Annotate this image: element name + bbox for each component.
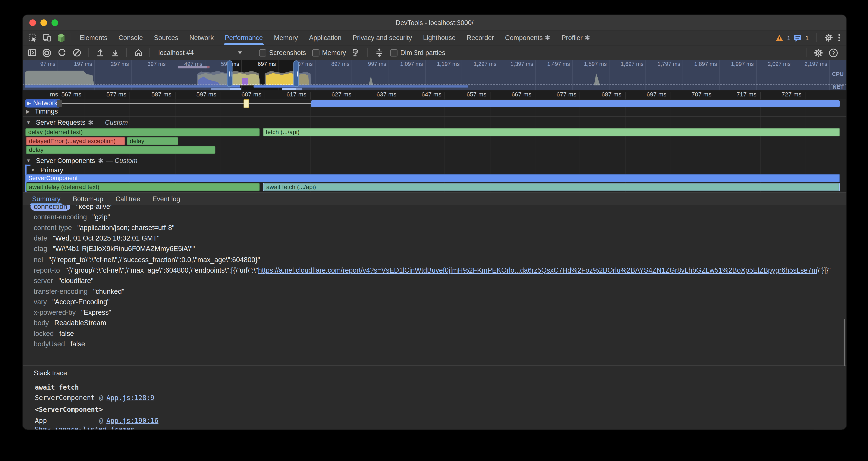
ruler-tick bbox=[535, 92, 535, 99]
header-key: locked bbox=[34, 330, 54, 338]
timeline-tracks[interactable]: ▶Network▶Timings▼Server Requests— Custom… bbox=[23, 99, 846, 192]
inspect-element-icon[interactable] bbox=[28, 33, 37, 42]
tab-performance[interactable]: Performance bbox=[219, 31, 269, 45]
tab-label: Network bbox=[189, 34, 214, 41]
dim-3rd-parties-checkbox[interactable] bbox=[390, 49, 398, 56]
details-tab-summary[interactable]: Summary bbox=[26, 193, 67, 205]
tab-profiler[interactable]: Profiler bbox=[556, 31, 596, 45]
ruler-tick bbox=[625, 92, 625, 99]
load-profile-icon[interactable] bbox=[95, 48, 105, 57]
performance-toolbar: localhost #4 Screenshots Memory Dim 3rd … bbox=[23, 45, 846, 60]
header-key: report-to bbox=[34, 266, 60, 274]
tab-console[interactable]: Console bbox=[113, 31, 149, 45]
summary-scrollbar-thumb[interactable] bbox=[844, 319, 845, 366]
details-tab-event-log[interactable]: Event log bbox=[146, 193, 186, 205]
capture-settings-gear-icon[interactable] bbox=[814, 48, 823, 57]
ruler-tick bbox=[130, 92, 130, 99]
ruler-tick bbox=[490, 92, 490, 99]
timeline-bar[interactable]: delay bbox=[127, 137, 178, 145]
timeline-ruler: ms567 ms577 ms587 ms597 ms607 ms617 ms62… bbox=[23, 90, 846, 99]
show-ignore-listed-frames-link[interactable]: Show ignore-listed frames bbox=[34, 426, 134, 430]
at-symbol: @ bbox=[99, 394, 103, 402]
chevron-down-icon bbox=[238, 51, 242, 54]
collect-garbage-icon[interactable] bbox=[351, 48, 360, 57]
ruler-tick-label: 607 ms bbox=[229, 91, 261, 97]
track-header-timings[interactable]: ▶Timings bbox=[26, 108, 58, 115]
tab-components[interactable]: Components bbox=[500, 31, 556, 45]
tab-label: Lighthouse bbox=[423, 34, 456, 41]
details-tab-label: Call tree bbox=[116, 195, 140, 203]
tab-application[interactable]: Application bbox=[304, 31, 347, 45]
header-key: content-encoding bbox=[34, 213, 87, 221]
timeline-bar-label: ServerComponent bbox=[28, 174, 78, 181]
settings-gear-icon[interactable] bbox=[824, 33, 833, 42]
network-request-marker[interactable] bbox=[244, 99, 249, 108]
timeline-bar[interactable]: delayedError (...ayed exception) bbox=[26, 137, 125, 145]
header-row: bodyUsedfalse bbox=[34, 339, 830, 350]
ruler-tick-label: 627 ms bbox=[319, 91, 351, 97]
timeline-bar[interactable]: delay (deferred text) bbox=[25, 128, 260, 137]
tab-lighthouse[interactable]: Lighthouse bbox=[417, 31, 461, 45]
track-header-server-components[interactable]: ▼Server Components— Custom bbox=[26, 157, 137, 165]
stack-frame-function: App bbox=[35, 416, 99, 424]
warnings-icon[interactable] bbox=[776, 33, 784, 42]
save-profile-icon[interactable] bbox=[110, 48, 120, 57]
network-request-bar[interactable] bbox=[311, 100, 840, 107]
ruler-tick bbox=[310, 92, 310, 99]
header-key: bodyUsed bbox=[34, 340, 65, 348]
timeline-bar[interactable]: fetch (.../api) bbox=[263, 128, 840, 137]
group-title: Primary bbox=[40, 166, 63, 174]
record-icon[interactable] bbox=[42, 48, 52, 57]
timeline-bar-label: delay (deferred text) bbox=[28, 128, 83, 135]
group-header-primary[interactable]: ▼Primary bbox=[31, 166, 63, 174]
divider bbox=[126, 48, 127, 57]
tab-network[interactable]: Network bbox=[184, 31, 219, 45]
disclosure-triangle-icon: ▼ bbox=[31, 167, 35, 173]
ruler-tick-label: 717 ms bbox=[724, 91, 756, 97]
details-tab-call-tree[interactable]: Call tree bbox=[110, 193, 146, 205]
help-icon[interactable]: ? bbox=[829, 48, 838, 57]
clear-icon[interactable] bbox=[72, 48, 82, 57]
record-and-reload-icon[interactable] bbox=[57, 48, 66, 57]
overview-right-handle[interactable] bbox=[293, 60, 299, 87]
track-header-server-requests[interactable]: ▼Server Requests— Custom bbox=[26, 119, 128, 126]
collapse-tracks-icon[interactable] bbox=[374, 48, 383, 57]
window-title: DevTools - localhost:3000/ bbox=[23, 15, 846, 31]
timeline-bar[interactable]: await fetch (.../api) bbox=[263, 183, 840, 191]
history-select[interactable]: localhost #4 bbox=[156, 48, 245, 58]
overview-left-handle[interactable] bbox=[227, 60, 232, 87]
header-row: connection"keep-alive" bbox=[34, 205, 830, 212]
stack-frame: ServerComponent@App.js:128:9 bbox=[35, 392, 154, 403]
screenshots-checkbox[interactable] bbox=[259, 49, 266, 56]
issues-icon[interactable] bbox=[794, 33, 802, 42]
toggle-device-toolbar-icon[interactable] bbox=[42, 33, 52, 42]
stack-frame-function: ServerComponent bbox=[35, 394, 99, 402]
tab-label: Application bbox=[309, 34, 342, 41]
divider bbox=[70, 33, 70, 42]
network-request-whisker bbox=[58, 103, 311, 104]
tab-recorder[interactable]: Recorder bbox=[461, 31, 500, 45]
warnings-count: 1 bbox=[787, 34, 790, 41]
home-icon[interactable] bbox=[133, 48, 143, 57]
tab-privacy-and-security[interactable]: Privacy and security bbox=[347, 31, 417, 45]
timeline-bar[interactable]: ServerComponent bbox=[25, 174, 840, 182]
track-drag-handle[interactable] bbox=[57, 100, 62, 107]
desktop: DevTools - localhost:3000/ ElementsConso… bbox=[0, 0, 868, 461]
tab-elements[interactable]: Elements bbox=[74, 31, 113, 45]
stack-frame-location-link[interactable]: App.js:128:9 bbox=[106, 394, 154, 402]
ruler-tick bbox=[580, 92, 580, 99]
track-title: Server Components bbox=[36, 157, 95, 165]
memory-checkbox[interactable] bbox=[312, 49, 319, 56]
tab-sources[interactable]: Sources bbox=[149, 31, 184, 45]
kebab-menu-icon[interactable] bbox=[836, 33, 842, 42]
details-tab-bottom-up[interactable]: Bottom-up bbox=[67, 193, 110, 205]
tab-memory[interactable]: Memory bbox=[269, 31, 304, 45]
timeline-overview[interactable]: 97 ms197 ms297 ms397 ms497 ms597 ms697 m… bbox=[23, 60, 846, 90]
track-header-network[interactable]: ▶Network bbox=[25, 99, 61, 108]
report-to-url-link[interactable]: https://a.nel.cloudflare.com/report/v4?s… bbox=[258, 266, 817, 274]
toggle-sidebar-icon[interactable] bbox=[27, 48, 36, 57]
timeline-bar[interactable]: await delay (deferred text) bbox=[26, 183, 260, 191]
timeline-bar[interactable]: delay bbox=[26, 146, 215, 154]
panel-tabs: ElementsConsoleSourcesNetworkPerformance… bbox=[74, 31, 596, 45]
stack-frame-location-link[interactable]: App.js:190:16 bbox=[106, 416, 158, 424]
